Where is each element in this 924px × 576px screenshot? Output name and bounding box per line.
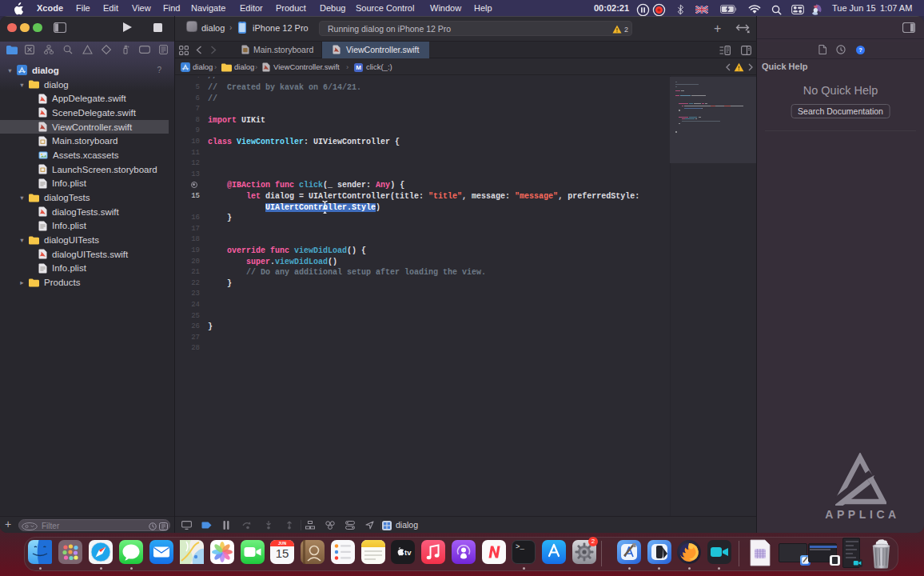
- svg-text:tv: tv: [404, 548, 412, 557]
- svg-text:?: ?: [858, 46, 862, 54]
